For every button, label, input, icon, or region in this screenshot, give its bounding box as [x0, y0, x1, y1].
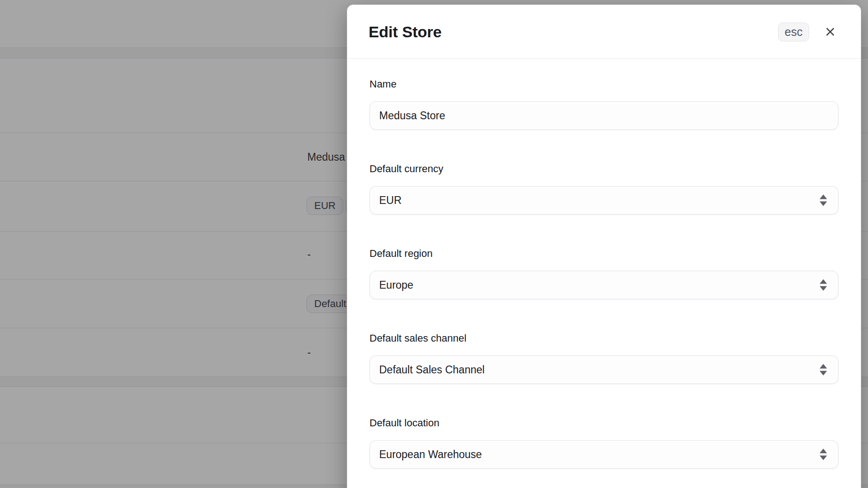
name-label: Name: [369, 78, 839, 90]
default-sales-channel-value: Default Sales Channel: [370, 356, 838, 383]
edit-store-drawer: Edit Store esc Name Default currency EUR: [347, 5, 861, 488]
esc-key-hint: esc: [778, 23, 809, 41]
default-sales-channel-select[interactable]: Default Sales Channel: [369, 355, 839, 384]
name-input[interactable]: [370, 102, 838, 129]
close-icon: [824, 25, 837, 38]
drawer-title: Edit Store: [369, 23, 442, 41]
default-region-select[interactable]: Europe: [369, 271, 839, 299]
default-location-select[interactable]: European Warehouse: [369, 440, 839, 469]
header-actions: esc: [778, 23, 839, 41]
default-currency-select[interactable]: EUR: [369, 186, 839, 215]
default-location-value: European Warehouse: [370, 441, 838, 468]
drawer-body: Name Default currency EUR Default region…: [347, 59, 861, 488]
default-region-label: Default region: [369, 247, 839, 260]
default-location-label: Default location: [369, 417, 839, 429]
default-region-value: Europe: [370, 271, 838, 299]
default-currency-value: EUR: [370, 186, 838, 214]
drawer-header: Edit Store esc: [347, 5, 861, 59]
field-group-default-currency: Default currency EUR: [369, 163, 839, 215]
field-group-name: Name: [369, 78, 839, 130]
field-group-default-location: Default location European Warehouse: [369, 417, 839, 469]
field-group-default-region: Default region Europe: [369, 247, 839, 299]
field-group-default-sales-channel: Default sales channel Default Sales Chan…: [369, 332, 839, 384]
name-input-wrapper: [369, 101, 839, 130]
default-currency-label: Default currency: [369, 163, 839, 175]
default-sales-channel-label: Default sales channel: [369, 332, 839, 344]
close-button[interactable]: [821, 23, 839, 41]
